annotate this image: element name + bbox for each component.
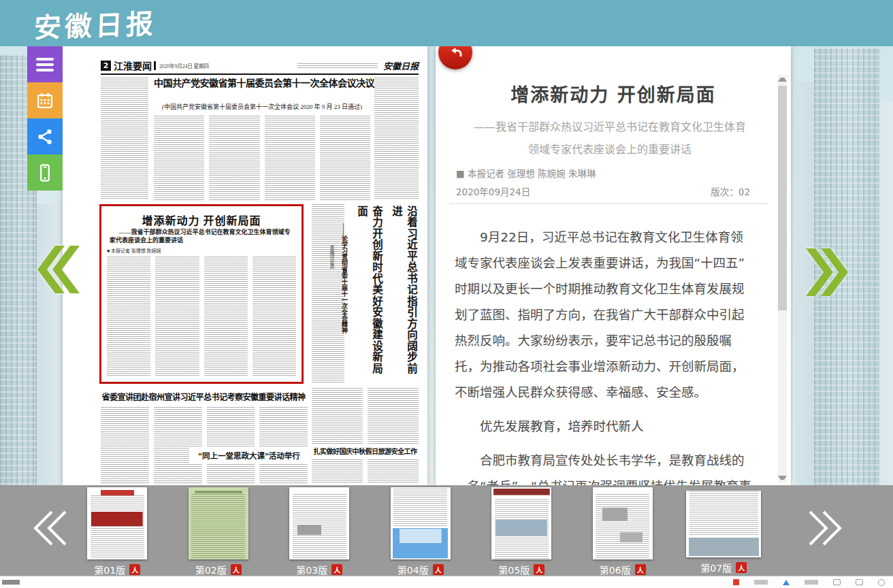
edition-thumbnail-image[interactable] (87, 487, 147, 559)
edition-thumbnail-image[interactable] (593, 487, 653, 559)
bottom-left-columns (101, 407, 308, 483)
pdf-icon[interactable] (231, 564, 242, 575)
article-meta-row: 2020年09月24日 版次：02 (456, 184, 750, 198)
edition-thumbnail-image[interactable] (391, 487, 451, 559)
header-rule (101, 74, 419, 75)
headline-sizheng[interactable]: “同上一堂思政大课”活动举行 (189, 448, 309, 463)
headline-lvyou[interactable]: 扎实做好国庆中秋假日旅游安全工作 (312, 444, 419, 458)
pdf-icon[interactable] (433, 564, 444, 575)
simulated-text-column (374, 78, 419, 200)
prev-page-arrow[interactable] (37, 245, 80, 294)
thumbnails-prev-arrow[interactable] (29, 509, 69, 547)
statusbar-label (754, 580, 768, 585)
edition-thumbnails: 第01版 第02版 第03版 第04版 第05版 第06版 (67, 487, 775, 576)
edition-thumbnail-image[interactable] (491, 487, 551, 559)
selected-article-title[interactable]: 增添新动力 开创新局面 (101, 212, 302, 228)
lead-subheadline: (中国共产党安徽省第十届委员会第十一次全体会议 2020 年 9 月 23 日通… (154, 102, 370, 111)
edition-thumbnail[interactable]: 第02版 (168, 487, 270, 576)
divider (449, 203, 768, 204)
edition-label[interactable]: 第01版 (94, 563, 125, 576)
next-page-arrow[interactable] (806, 248, 848, 297)
edition-caption: 第06版 (600, 563, 646, 576)
edition-caption: 第04版 (397, 563, 444, 576)
edition-label[interactable]: 第06版 (600, 563, 631, 576)
edition-thumbnail[interactable]: 第01版 (67, 487, 168, 576)
page-date: 2020年9月24日 星期四 (159, 62, 209, 69)
edition-thumbnail-image[interactable] (189, 487, 248, 559)
paper-masthead: 安徽日报 (383, 59, 419, 72)
edition-label[interactable]: 第07版 (700, 561, 732, 574)
pdf-icon[interactable] (331, 564, 342, 575)
divider (154, 61, 156, 70)
statusbar-label (805, 580, 818, 585)
selected-article-byline: ■ 本报记者 张理想 陈婉婉 (107, 247, 161, 254)
scrollbar-thumb[interactable] (778, 86, 787, 310)
edition-caption: 第03版 (296, 563, 342, 576)
pdf-icon[interactable] (736, 562, 747, 573)
edition-thumbnail[interactable]: 第06版 (572, 487, 674, 576)
edition-thumbnail[interactable]: 第04版 (370, 487, 472, 576)
menu-icon (36, 55, 54, 74)
article-paragraph: 9月22日，习近平总书记在教育文化卫生体育领域专家代表座谈会上发表重要讲话，为我… (455, 225, 754, 406)
statusbar-clock-icon[interactable] (878, 579, 885, 586)
mobile-icon (35, 163, 54, 182)
edition-caption: 第05版 (498, 563, 545, 576)
edition-label[interactable]: 第02版 (195, 563, 227, 576)
calendar-icon (35, 91, 54, 110)
vertical-headline-note: ——论学习贯彻省委十届十一次全会精神 (340, 206, 349, 384)
edition-label[interactable]: 第03版 (296, 563, 327, 576)
edition-thumbnail-image[interactable] (686, 491, 761, 557)
newspaper-page-scan[interactable]: 2 江淮要闻 2020年9月24日 星期四 安徽日报 中国共产党安徽省第十届委员… (63, 46, 427, 485)
vertical-headline-line2: 奋力开创新时代美好安徽建设新局面 (354, 206, 384, 384)
browser-status-bar (0, 576, 893, 588)
selected-article-subtitle: ——我省干部群众热议习近平总书记在教育文化卫生体育领域专家代表座谈会上的重要讲话 (110, 228, 295, 244)
reader-scrollbar[interactable] (778, 75, 787, 483)
edition-thumbnail-image[interactable] (289, 487, 349, 559)
scroll-down-button[interactable] (778, 473, 787, 483)
selected-article-columns (107, 257, 296, 376)
lead-headline[interactable]: 中国共产党安徽省第十届委员会第十一次全体会议决议 (154, 78, 370, 90)
pdf-icon[interactable] (129, 564, 140, 575)
section-title: 江淮要闻 (114, 59, 152, 72)
statusbar-red-badge-icon[interactable] (733, 579, 739, 585)
simulated-text-column (101, 78, 148, 200)
statusbar-left-text (2, 580, 20, 585)
mobile-button[interactable] (27, 154, 63, 191)
article-date: 2020年09月24日 (456, 184, 530, 198)
share-icon (35, 127, 54, 146)
lead-article-columns (154, 116, 370, 200)
pdf-icon[interactable] (635, 564, 646, 575)
vertical-headline-byline: 本报评论员 (328, 206, 335, 384)
vertical-editorial-headline[interactable]: 沿着习近平总书记指引方向阔步前进 奋力开创新时代美好安徽建设新局面 ——论学习贯… (348, 206, 419, 384)
arrow-down-icon (778, 476, 787, 480)
edition-label[interactable]: 第05版 (498, 563, 530, 576)
scroll-up-button[interactable] (778, 75, 787, 84)
pdf-icon[interactable] (534, 564, 545, 575)
headline-xuanjiang[interactable]: 省委宣讲团赴宿州宣讲习近平总书记考察安徽重要讲话精神 (101, 391, 306, 403)
menu-button[interactable] (27, 46, 63, 82)
calendar-button[interactable] (27, 82, 63, 118)
bottom-right-columns (312, 388, 419, 483)
epaper-app: 安徽日报 (0, 0, 893, 588)
article-section-heading: 优先发展教育，培养时代新人 (455, 414, 754, 440)
edition-thumbnail[interactable]: 第05版 (471, 487, 572, 576)
edition-caption: 第01版 (94, 563, 140, 576)
article-reader-panel: 增添新动力 开创新局面 ——我省干部群众热议习近平总书记在教育文化卫生体育领域专… (436, 46, 791, 485)
edition-thumbnail[interactable]: 第03版 (269, 487, 370, 576)
article-title: 增添新动力 开创新局面 (436, 80, 791, 107)
statusbar-window-icon[interactable] (833, 579, 841, 585)
share-button[interactable] (27, 118, 63, 154)
page-number-badge: 2 (101, 61, 111, 71)
edition-label[interactable]: 第04版 (397, 563, 429, 576)
statusbar-upload-icon[interactable] (783, 580, 790, 585)
site-logo: 安徽日报 (33, 2, 157, 46)
statusbar-panel-icon[interactable] (856, 579, 863, 585)
thumbnails-next-arrow[interactable] (806, 509, 847, 547)
selected-article-box[interactable]: 增添新动力 开创新局面 ——我省干部群众热议习近平总书记在教育文化卫生体育领域专… (99, 204, 304, 384)
article-edition: 版次：02 (711, 184, 750, 198)
tool-sidebar (27, 46, 63, 191)
page-header: 2 江淮要闻 2020年9月24日 星期四 安徽日报 (101, 60, 419, 71)
edition-caption: 第07版 (700, 561, 747, 574)
vertical-headline-line1: 沿着习近平总书记指引方向阔步前进 (389, 206, 419, 384)
edition-thumbnail[interactable]: 第07版 (673, 487, 775, 576)
